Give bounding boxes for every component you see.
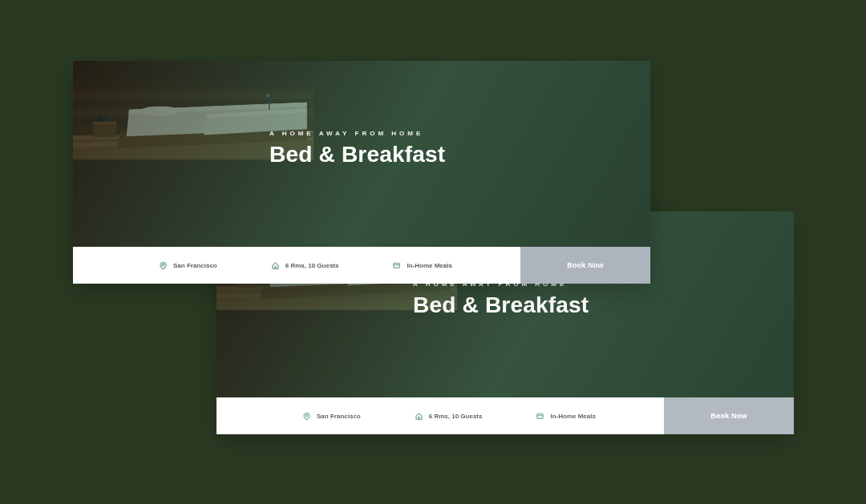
- meta-capacity: 6 Rms, 10 Guests: [415, 412, 483, 421]
- book-now-label: Book Now: [567, 261, 604, 269]
- meta-meals-label: In-Home Meals: [550, 413, 595, 420]
- info-bar-meta: San Francisco 6 Rms, 10 Guests In-Home M…: [73, 247, 520, 284]
- svg-rect-24: [537, 413, 543, 418]
- hero-title: Bed & Breakfast: [413, 292, 589, 318]
- svg-rect-26: [394, 263, 399, 268]
- meals-icon: [536, 412, 544, 421]
- house-icon: [415, 412, 423, 421]
- hero-banner: A HOME AWAY FROM HOME Bed & Breakfast: [73, 61, 650, 247]
- meta-location: San Francisco: [159, 261, 217, 270]
- meta-meals-label: In-Home Meals: [407, 262, 451, 269]
- hero-card: A HOME AWAY FROM HOME Bed & Breakfast Sa…: [73, 61, 650, 284]
- meta-location: San Francisco: [302, 412, 361, 421]
- book-now-button[interactable]: Book Now: [520, 247, 650, 284]
- meta-meals: In-Home Meals: [536, 412, 595, 421]
- svg-point-23: [306, 414, 307, 416]
- meals-icon: [392, 261, 401, 270]
- book-now-button[interactable]: Book Now: [664, 397, 794, 434]
- svg-point-25: [162, 264, 164, 265]
- meta-location-label: San Francisco: [317, 413, 361, 420]
- hero-pretitle: A HOME AWAY FROM HOME: [269, 130, 445, 137]
- info-bar-meta: San Francisco 6 Rms, 10 Guests In-Home M…: [216, 397, 664, 434]
- info-bar: San Francisco 6 Rms, 10 Guests In-Home M…: [216, 397, 794, 434]
- meta-capacity: 6 Rms, 10 Guests: [271, 261, 339, 270]
- meta-location-label: San Francisco: [173, 262, 217, 269]
- info-bar: San Francisco 6 Rms, 10 Guests In-Home M…: [73, 247, 650, 284]
- book-now-label: Book Now: [710, 412, 747, 420]
- meta-capacity-label: 6 Rms, 10 Guests: [429, 413, 483, 420]
- pin-icon: [159, 261, 168, 270]
- meta-meals: In-Home Meals: [392, 261, 451, 270]
- meta-capacity-label: 6 Rms, 10 Guests: [285, 262, 339, 269]
- pin-icon: [302, 412, 311, 421]
- house-icon: [271, 261, 280, 270]
- hero-title: Bed & Breakfast: [269, 142, 445, 167]
